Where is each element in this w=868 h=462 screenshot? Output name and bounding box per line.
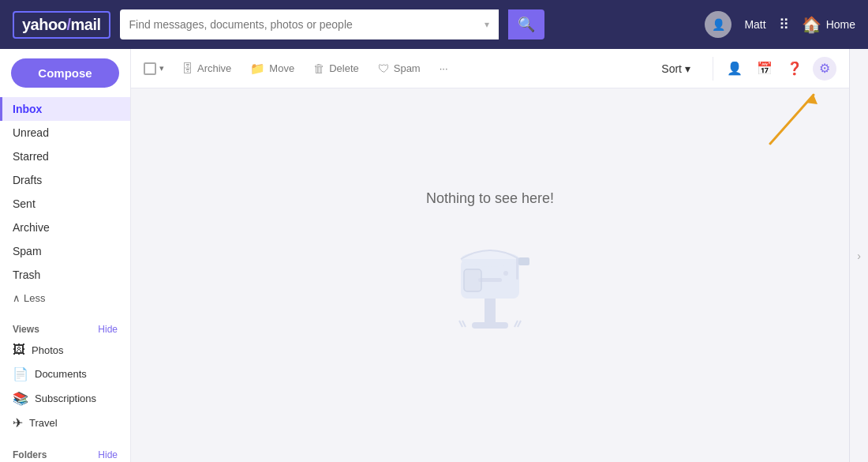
sidebar-item-trash[interactable]: Trash — [0, 263, 130, 287]
svg-line-13 — [518, 321, 521, 327]
apps-grid-icon[interactable]: ⠿ — [779, 16, 789, 33]
folders-hide-button[interactable]: Hide — [98, 449, 118, 460]
compose-button[interactable]: Compose — [11, 58, 119, 88]
right-panel-toggle[interactable]: › — [849, 49, 868, 462]
spam-icon: 🛡 — [378, 62, 390, 75]
svg-rect-8 — [518, 257, 529, 265]
less-button[interactable]: ∧ Less — [0, 287, 130, 310]
header-right: 👤 Matt ⠿ 🏠 Home — [705, 11, 855, 38]
email-list: Nothing to see here! — [131, 88, 849, 462]
settings-button[interactable]: ⚙ — [813, 57, 836, 81]
views-hide-button[interactable]: Hide — [98, 324, 118, 335]
sidebar-item-starred[interactable]: Starred — [0, 145, 130, 168]
chevron-right-icon: › — [857, 250, 861, 262]
help-icon-button[interactable]: ❓ — [783, 57, 806, 81]
move-icon: 📁 — [250, 62, 265, 76]
sidebar-item-photos[interactable]: 🖼 Photos — [0, 338, 130, 362]
mailbox-illustration — [439, 226, 541, 329]
yahoo-mail-logo[interactable]: yahoo/mail — [13, 11, 110, 39]
sort-chevron-icon: ▾ — [685, 62, 690, 75]
sidebar-item-documents[interactable]: 📄 Documents — [0, 362, 130, 386]
calendar-icon-button[interactable]: 📅 — [753, 57, 776, 81]
toolbar-icon-group: 👤 📅 ❓ ⚙ — [713, 57, 836, 81]
empty-message: Nothing to see here! — [426, 190, 554, 207]
svg-point-9 — [503, 271, 508, 276]
sidebar-item-spam[interactable]: Spam — [0, 239, 130, 263]
home-label: Home — [826, 18, 855, 31]
svg-line-12 — [514, 321, 518, 327]
sort-button[interactable]: Sort ▾ — [652, 58, 700, 79]
select-all-checkbox[interactable] — [144, 62, 156, 75]
folders-section-header: Folders Hide — [0, 441, 130, 462]
home-icon: 🏠 — [802, 15, 821, 34]
chevron-down-icon[interactable]: ▾ — [159, 63, 164, 73]
delete-icon: 🗑 — [313, 62, 325, 75]
sidebar-item-unread[interactable]: Unread — [0, 121, 130, 145]
sidebar-item-archive[interactable]: Archive — [0, 216, 130, 239]
chevron-down-icon: ▾ — [485, 19, 489, 30]
contacts-icon-button[interactable]: 👤 — [723, 57, 746, 81]
subscriptions-icon: 📚 — [13, 391, 28, 406]
travel-icon: ✈ — [13, 415, 23, 430]
sidebar-item-subscriptions[interactable]: 📚 Subscriptions — [0, 386, 130, 411]
svg-rect-5 — [464, 269, 481, 291]
move-button[interactable]: 📁 Move — [242, 58, 302, 80]
svg-line-10 — [459, 321, 462, 327]
delete-button[interactable]: 🗑 Delete — [305, 58, 367, 79]
search-input[interactable] — [129, 18, 478, 31]
select-all-checkbox-wrapper[interactable]: ▾ — [144, 62, 164, 75]
gear-icon: ⚙ — [819, 61, 830, 76]
folders-label: Folders — [13, 449, 47, 460]
avatar: 👤 — [705, 11, 731, 38]
search-button[interactable]: 🔍 — [508, 9, 544, 39]
photos-icon: 🖼 — [13, 343, 25, 357]
sidebar-item-drafts[interactable]: Drafts — [0, 168, 130, 192]
archive-icon: 🗄 — [181, 62, 193, 75]
views-section-header: Views Hide — [0, 316, 130, 338]
toolbar: ▾ 🗄 Archive 📁 Move 🗑 Delete 🛡 Spam ··· — [131, 49, 849, 88]
svg-rect-7 — [516, 257, 518, 280]
documents-icon: 📄 — [13, 366, 28, 381]
svg-rect-1 — [472, 322, 508, 329]
archive-button[interactable]: 🗄 Archive — [174, 58, 239, 79]
help-icon: ❓ — [787, 61, 803, 76]
sidebar-item-sent[interactable]: Sent — [0, 192, 130, 216]
header: yahoo/mail ▾ 🔍 👤 Matt ⠿ 🏠 Home — [0, 0, 868, 49]
sidebar-item-travel[interactable]: ✈ Travel — [0, 411, 130, 435]
spam-button[interactable]: 🛡 Spam — [370, 58, 428, 79]
user-name: Matt — [744, 18, 765, 31]
sidebar: Compose Inbox Unread Starred Drafts Sent… — [0, 49, 131, 462]
home-button[interactable]: 🏠 Home — [802, 15, 855, 34]
svg-line-11 — [462, 321, 466, 327]
calendar-icon: 📅 — [757, 61, 773, 76]
empty-state: Nothing to see here! — [131, 88, 849, 462]
search-bar: ▾ — [120, 9, 499, 39]
contacts-icon: 👤 — [727, 61, 743, 76]
views-label: Views — [13, 324, 39, 335]
chevron-up-icon: ∧ — [13, 292, 21, 304]
more-button[interactable]: ··· — [432, 58, 456, 78]
content-area: ▾ 🗄 Archive 📁 Move 🗑 Delete 🛡 Spam ··· — [131, 49, 849, 462]
main-layout: Compose Inbox Unread Starred Drafts Sent… — [0, 49, 868, 462]
sidebar-item-inbox[interactable]: Inbox — [0, 97, 130, 121]
